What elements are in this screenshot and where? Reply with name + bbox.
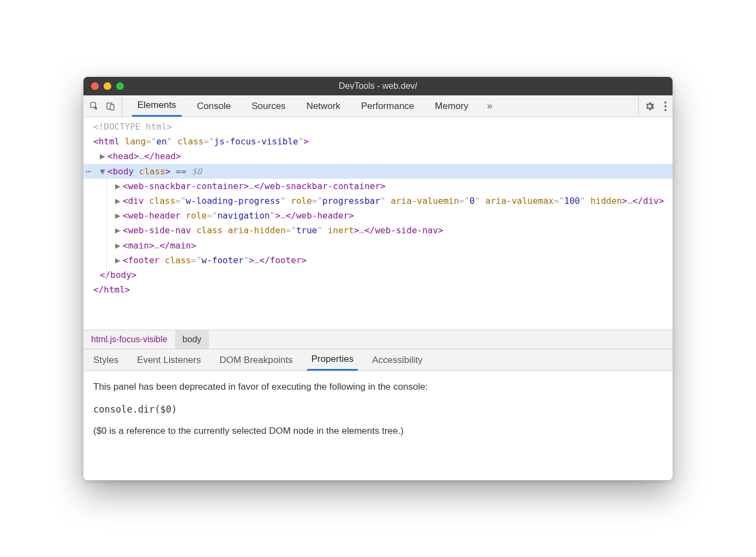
dom-child-web-header[interactable]: ▶<web-header role="navigation">…</web-he…	[83, 208, 673, 223]
tab-sources[interactable]: Sources	[246, 95, 291, 117]
titlebar: DevTools - web.dev/	[83, 77, 673, 95]
devtools-window: DevTools - web.dev/ Elements Console Sou…	[83, 77, 673, 480]
svg-point-4	[664, 105, 667, 107]
deprecation-code: console.dir($0)	[93, 401, 663, 418]
more-tabs-button[interactable]: »	[484, 100, 496, 112]
traffic-lights	[91, 82, 124, 90]
main-tabs: Elements Console Sources Network Perform…	[128, 95, 633, 117]
dom-child-footer[interactable]: ▶<footer class="w-footer">…</footer>	[83, 253, 673, 268]
breadcrumb-html[interactable]: html.js-focus-visible	[83, 330, 175, 349]
svg-rect-2	[110, 105, 114, 110]
properties-detail-pane: This panel has been deprecated in favor …	[83, 371, 673, 480]
dom-tree-pane[interactable]: <!DOCTYPE html> <html lang="en" class="j…	[83, 117, 673, 330]
deprecation-line-2: ($0 is a reference to the currently sele…	[93, 423, 663, 440]
tab-elements[interactable]: Elements	[132, 95, 182, 117]
tab-console[interactable]: Console	[191, 95, 236, 117]
dom-body-close[interactable]: </body>	[83, 268, 673, 282]
dom-child-div[interactable]: ▶<div class="w-loading-progress" role="p…	[83, 193, 673, 208]
tab-network[interactable]: Network	[301, 95, 346, 117]
tab-memory[interactable]: Memory	[429, 95, 473, 117]
dom-child-web-side-nav[interactable]: ▶<web-side-nav class aria-hidden="true" …	[83, 223, 673, 238]
device-toolbar-icon[interactable]	[105, 101, 116, 112]
subtab-properties[interactable]: Properties	[307, 349, 358, 371]
dom-html-close[interactable]: </html>	[83, 282, 673, 297]
dom-head[interactable]: ▶<head>…</head>	[83, 149, 673, 164]
dom-doctype[interactable]: <!DOCTYPE html>	[83, 119, 673, 134]
kebab-menu-icon[interactable]	[664, 101, 667, 112]
window-maximize-button[interactable]	[116, 82, 124, 90]
svg-point-5	[664, 109, 667, 111]
subtab-dom-breakpoints[interactable]: DOM Breakpoints	[215, 349, 297, 371]
svg-point-3	[664, 101, 667, 104]
settings-gear-icon[interactable]	[644, 101, 655, 112]
dom-body-open[interactable]: ▼<body class> == $0	[83, 164, 673, 179]
deprecation-line-1: This panel has been deprecated in favor …	[93, 379, 663, 396]
subtab-styles[interactable]: Styles	[89, 349, 123, 371]
breadcrumb-bar: html.js-focus-visible body	[83, 330, 673, 349]
toolbar-right-group	[638, 95, 667, 117]
subtab-event-listeners[interactable]: Event Listeners	[133, 349, 205, 371]
toolbar-left-group	[89, 95, 122, 117]
subtab-accessibility[interactable]: Accessibility	[368, 349, 427, 371]
inspect-element-icon[interactable]	[89, 101, 100, 112]
window-close-button[interactable]	[91, 82, 99, 90]
dom-html-open[interactable]: <html lang="en" class="js-focus-visible"…	[83, 134, 673, 149]
window-title: DevTools - web.dev/	[83, 81, 673, 91]
detail-subtabs: Styles Event Listeners DOM Breakpoints P…	[83, 349, 673, 371]
tab-performance[interactable]: Performance	[356, 95, 419, 117]
main-toolbar: Elements Console Sources Network Perform…	[83, 95, 673, 117]
dom-child-main[interactable]: ▶<main>…</main>	[83, 238, 673, 253]
window-minimize-button[interactable]	[104, 82, 111, 90]
breadcrumb-body[interactable]: body	[175, 330, 209, 349]
dom-child-web-snackbar-container[interactable]: ▶<web-snackbar-container>…</web-snackbar…	[83, 179, 673, 193]
